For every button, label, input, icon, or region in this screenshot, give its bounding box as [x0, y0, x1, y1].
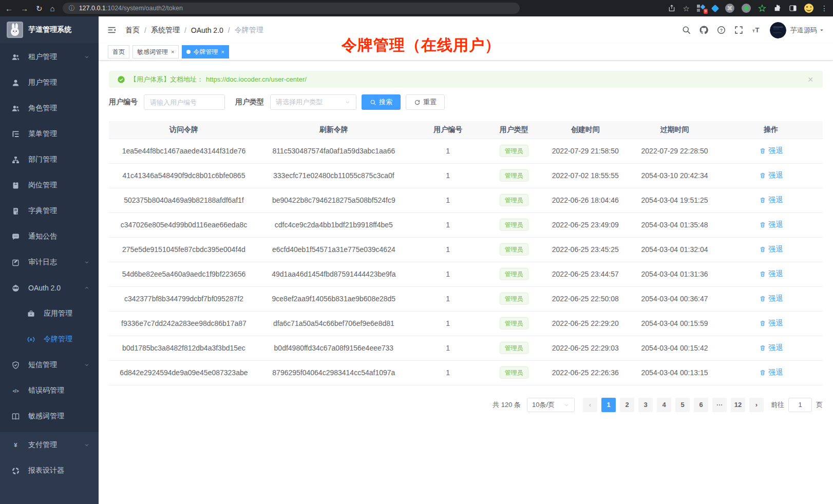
sidebar-item-sms[interactable]: 短信管理 — [0, 352, 99, 378]
sidebar-item-oauth2[interactable]: OAuth 2.0 — [0, 275, 99, 301]
sidebar-collapse-icon[interactable] — [107, 25, 117, 35]
url-path: :1024/system/oauth2/token — [106, 5, 183, 12]
alert-close-icon[interactable]: ✕ — [807, 75, 813, 84]
page-button-5[interactable]: 5 — [675, 398, 690, 412]
search-icon[interactable] — [681, 25, 691, 35]
sidebar-item-label: 租户管理 — [28, 52, 57, 62]
caret-down-icon[interactable] — [819, 27, 825, 33]
force-logout-button[interactable]: 强退 — [759, 343, 783, 353]
fullscreen-icon[interactable] — [734, 25, 744, 35]
column-header: 访问令牌 — [109, 121, 259, 139]
sidebar-item-user[interactable]: 用户管理 — [0, 70, 99, 95]
page-info-icon[interactable]: ⓘ — [69, 4, 75, 13]
force-logout-button[interactable]: 强退 — [759, 196, 783, 205]
gem-extension-icon[interactable] — [711, 4, 720, 12]
user-id-input[interactable] — [144, 94, 225, 110]
tab-token[interactable]: 令牌管理× — [182, 45, 229, 59]
action-cell: 强退 — [719, 188, 823, 212]
help-icon[interactable]: ? — [716, 25, 726, 35]
font-size-icon[interactable]: TT — [751, 25, 761, 35]
breadcrumb-item[interactable]: 系统管理 — [151, 26, 180, 35]
tab-home[interactable]: 首页 — [108, 45, 129, 59]
sidebar-item-pay[interactable]: ¥支付管理 — [0, 432, 99, 458]
sidebar-item-role[interactable]: 角色管理 — [0, 95, 99, 121]
sidebar-item-oauth2-app[interactable]: 应用管理 — [0, 301, 99, 326]
table-row: c342377bf8b344799dcbf7bf095287f29ce8ef2a… — [109, 286, 823, 311]
search-button[interactable]: 搜索 — [362, 94, 401, 110]
goto-page-input[interactable] — [788, 398, 812, 412]
tab-sensitive-word[interactable]: 敏感词管理× — [132, 45, 179, 59]
expire-time-cell: 2054-03-04 01:31:36 — [630, 262, 720, 286]
table-row: f9336e7c7dd242a283ee98dc86b17a87dfa6c71a… — [109, 311, 823, 336]
username[interactable]: 芋道源码 — [790, 26, 817, 35]
force-logout-button[interactable]: 强退 — [759, 368, 783, 377]
user-type-select[interactable]: 请选择用户类型 — [270, 94, 356, 110]
force-logout-button[interactable]: 强退 — [759, 269, 783, 279]
sidebar-item-audit-log[interactable]: 审计日志 — [0, 249, 99, 275]
user-type-badge: 管理员 — [500, 317, 528, 329]
sidebar-item-error-code[interactable]: </>错误码管理 — [0, 378, 99, 403]
breadcrumb-item[interactable]: OAuth 2.0 — [191, 26, 223, 34]
user-avatar[interactable] — [770, 22, 786, 38]
forward-icon[interactable]: → — [21, 5, 28, 12]
sidebar-item-post[interactable]: 岗位管理 — [0, 172, 99, 198]
more-pages-button[interactable] — [712, 398, 727, 412]
force-logout-label: 强退 — [768, 146, 783, 156]
force-logout-button[interactable]: 强退 — [759, 294, 783, 303]
app-briefcase-icon — [27, 309, 35, 318]
star-extension-icon[interactable] — [758, 4, 766, 12]
command-extension-icon[interactable]: ⌘ — [725, 4, 734, 13]
reload-icon[interactable]: ↻ — [36, 5, 43, 12]
reset-button[interactable]: 重置 — [406, 94, 445, 110]
force-logout-button[interactable]: 强退 — [759, 245, 783, 254]
next-page-button[interactable]: › — [749, 398, 764, 412]
home-icon[interactable]: ⌂ — [50, 5, 55, 12]
page-button-3[interactable]: 3 — [638, 398, 653, 412]
extension-badge: 9 — [704, 9, 708, 14]
force-logout-label: 强退 — [768, 368, 783, 377]
extension-grid-icon[interactable]: 9 — [697, 4, 705, 12]
doc-link[interactable]: https://doc.iocoder.cn/user-center/ — [206, 75, 307, 83]
page-button-12[interactable]: 12 — [731, 398, 745, 412]
force-logout-button[interactable]: 强退 — [759, 171, 783, 180]
action-cell: 强退 — [719, 139, 823, 163]
sidebar-item-oauth2-token[interactable]: A令牌管理 — [0, 326, 99, 352]
record-extension-icon[interactable] — [742, 4, 751, 13]
force-logout-button[interactable]: 强退 — [759, 146, 783, 156]
sidebar-item-report[interactable]: 报表设计器 — [0, 458, 99, 483]
share-icon[interactable] — [668, 4, 676, 12]
page-button-1[interactable]: 1 — [601, 398, 616, 412]
page-button-6[interactable]: 6 — [694, 398, 708, 412]
close-icon[interactable]: × — [221, 49, 224, 55]
sidebar-item-notice[interactable]: 通知公告 — [0, 224, 99, 249]
extensions-puzzle-icon[interactable] — [773, 4, 782, 12]
app-logo[interactable]: 芋道管理系统 — [0, 16, 99, 43]
force-logout-button[interactable]: 强退 — [759, 220, 783, 229]
sidebar-item-dept[interactable]: 部门管理 — [0, 147, 99, 172]
profile-avatar-icon[interactable] — [804, 4, 813, 13]
side-panel-icon[interactable] — [789, 4, 797, 12]
error-code-icon: </> — [11, 386, 20, 395]
delete-icon — [759, 369, 766, 376]
svg-text:T: T — [752, 29, 755, 33]
force-logout-button[interactable]: 强退 — [759, 319, 783, 328]
delete-icon — [759, 270, 766, 278]
page-button-2[interactable]: 2 — [620, 398, 634, 412]
bookmark-star-icon[interactable]: ☆ — [683, 5, 690, 12]
page-size-select[interactable]: 10条/页 — [527, 398, 575, 412]
close-icon[interactable]: × — [171, 49, 174, 55]
sidebar-item-tenant[interactable]: 租户管理 — [0, 44, 99, 70]
back-icon[interactable]: ← — [5, 5, 13, 12]
breadcrumb-item[interactable]: 首页 — [125, 26, 140, 35]
expire-time-cell: 2054-03-04 00:15:42 — [630, 336, 720, 360]
github-icon[interactable] — [699, 25, 709, 35]
created-time-cell: 2022-06-25 22:29:03 — [541, 336, 630, 360]
browser-menu-icon[interactable]: ⋮ — [821, 5, 828, 12]
user-icon — [11, 79, 20, 87]
sidebar-item-dict[interactable]: 字典管理 — [0, 198, 99, 224]
url-bar[interactable]: ⓘ 127.0.0.1:1024/system/oauth2/token — [63, 3, 520, 14]
sidebar-item-menu[interactable]: 菜单管理 — [0, 121, 99, 147]
sidebar-item-sensitive[interactable]: 敏感词管理 — [0, 403, 99, 429]
page-button-4[interactable]: 4 — [657, 398, 671, 412]
prev-page-button[interactable]: ‹ — [583, 398, 597, 412]
